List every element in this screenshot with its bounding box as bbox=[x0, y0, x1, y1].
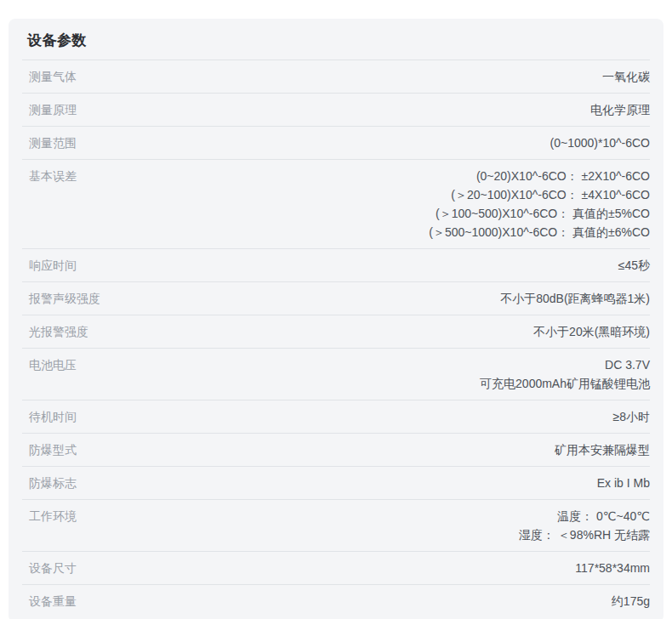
spec-value: 矿用本安兼隔爆型 bbox=[77, 440, 650, 459]
spec-value: 一氧化碳 bbox=[77, 67, 650, 86]
page-title: 设备参数 bbox=[22, 19, 650, 60]
spec-label: 待机时间 bbox=[22, 407, 77, 426]
spec-value: 约175g bbox=[77, 592, 650, 610]
spec-value: 温度： 0℃~40℃湿度： ＜98%RH 无结露 bbox=[77, 507, 650, 544]
spec-value-line: (＞20~100)X10^-6CO： ±4X10^-6CO bbox=[77, 185, 650, 204]
spec-value-line: DC 3.7V bbox=[77, 355, 650, 374]
table-row: 测量原理 电化学原理 bbox=[22, 93, 650, 126]
spec-value-line: 117*58*34mm bbox=[77, 559, 650, 577]
table-row: 工作环境 温度： 0℃~40℃湿度： ＜98%RH 无结露 bbox=[22, 499, 650, 551]
spec-value-line: 约175g bbox=[77, 592, 650, 610]
table-row: 响应时间 ≤45秒 bbox=[22, 248, 650, 281]
table-row: 基本误差 (0~20)X10^-6CO： ±2X10^-6CO(＞20~100)… bbox=[22, 159, 650, 248]
table-row: 待机时间 ≥8小时 bbox=[22, 400, 650, 433]
table-row: 测量范围 (0~1000)*10^-6CO bbox=[22, 126, 650, 159]
spec-label: 响应时间 bbox=[22, 256, 77, 275]
spec-value-line: ≤45秒 bbox=[77, 256, 650, 275]
spec-value-line: 不小于80dB(距离蜂鸣器1米) bbox=[100, 289, 650, 308]
spec-value: (0~1000)*10^-6CO bbox=[77, 133, 650, 152]
spec-label: 光报警强度 bbox=[22, 322, 88, 341]
spec-value-line: 不小于20米(黑暗环境) bbox=[88, 322, 650, 341]
spec-label: 测量范围 bbox=[22, 133, 77, 152]
table-row: 报警声级强度 不小于80dB(距离蜂鸣器1米) bbox=[22, 281, 650, 315]
spec-value: ≥8小时 bbox=[77, 407, 650, 426]
spec-value-line: (0~20)X10^-6CO： ±2X10^-6CO bbox=[77, 167, 650, 185]
spec-label: 工作环境 bbox=[22, 507, 77, 525]
table-row: 电池电压 DC 3.7V可充电2000mAh矿用锰酸锂电池 bbox=[22, 348, 650, 400]
spec-value: (0~20)X10^-6CO： ±2X10^-6CO(＞20~100)X10^-… bbox=[77, 167, 650, 241]
spec-label: 电池电压 bbox=[22, 355, 77, 374]
spec-value: 电化学原理 bbox=[77, 100, 650, 119]
table-row: 设备重量 约175g bbox=[22, 584, 650, 617]
spec-label: 报警声级强度 bbox=[22, 289, 100, 308]
spec-value-line: 湿度： ＜98%RH 无结露 bbox=[77, 525, 650, 544]
spec-value-line: (0~1000)*10^-6CO bbox=[77, 133, 650, 152]
spec-label: 基本误差 bbox=[22, 167, 77, 185]
spec-value-line: (＞500~1000)X10^-6CO： 真值的±6%CO bbox=[77, 223, 650, 241]
spec-label: 防爆标志 bbox=[22, 474, 77, 492]
table-row: 防爆型式 矿用本安兼隔爆型 bbox=[22, 433, 650, 466]
spec-value: Ex ib I Mb bbox=[77, 474, 650, 492]
device-parameters-card: 设备参数 测量气体 一氧化碳 测量原理 电化学原理 测量范围 (0~1000)*… bbox=[9, 19, 663, 619]
spec-value-line: (＞100~500)X10^-6CO： 真值的±5%CO bbox=[77, 204, 650, 223]
spec-value: 117*58*34mm bbox=[77, 559, 650, 577]
spec-label: 测量原理 bbox=[22, 100, 77, 119]
spec-table: 测量气体 一氧化碳 测量原理 电化学原理 测量范围 (0~1000)*10^-6… bbox=[22, 60, 650, 617]
spec-value-line: 矿用本安兼隔爆型 bbox=[77, 440, 650, 459]
spec-value: 不小于80dB(距离蜂鸣器1米) bbox=[100, 289, 650, 308]
spec-label: 设备尺寸 bbox=[22, 559, 77, 577]
spec-value-line: 可充电2000mAh矿用锰酸锂电池 bbox=[77, 374, 650, 393]
spec-value-line: 电化学原理 bbox=[77, 100, 650, 119]
spec-label: 测量气体 bbox=[22, 67, 77, 86]
table-row: 光报警强度 不小于20米(黑暗环境) bbox=[22, 315, 650, 348]
spec-value-line: Ex ib I Mb bbox=[77, 474, 650, 492]
spec-label: 防爆型式 bbox=[22, 440, 77, 459]
spec-value: DC 3.7V可充电2000mAh矿用锰酸锂电池 bbox=[77, 355, 650, 393]
table-row: 测量气体 一氧化碳 bbox=[22, 60, 650, 93]
spec-value: 不小于20米(黑暗环境) bbox=[88, 322, 650, 341]
spec-label: 设备重量 bbox=[22, 592, 77, 610]
table-row: 防爆标志 Ex ib I Mb bbox=[22, 466, 650, 499]
spec-value-line: 温度： 0℃~40℃ bbox=[77, 507, 650, 525]
spec-value: ≤45秒 bbox=[77, 256, 650, 275]
spec-value-line: ≥8小时 bbox=[77, 407, 650, 426]
table-row: 设备尺寸 117*58*34mm bbox=[22, 551, 650, 584]
spec-value-line: 一氧化碳 bbox=[77, 67, 650, 86]
